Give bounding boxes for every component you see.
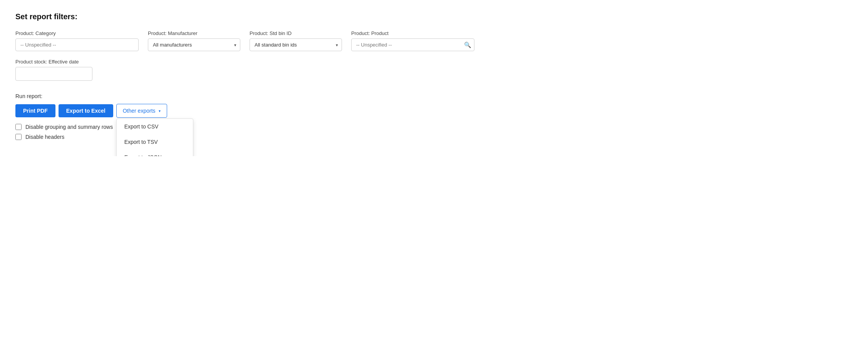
print-pdf-button[interactable]: Print PDF [15, 104, 55, 117]
other-exports-button[interactable]: Other exports ▾ [116, 104, 167, 118]
disable-headers-checkbox[interactable] [15, 134, 22, 140]
effective-date-input[interactable] [15, 67, 92, 81]
disable-grouping-checkbox[interactable] [15, 124, 22, 130]
filter-group-category: Product: Category [15, 30, 139, 51]
page-title: Set report filters: [15, 12, 853, 21]
export-tsv-item[interactable]: Export to TSV [117, 134, 193, 150]
other-exports-wrapper: Other exports ▾ Export to CSV Export to … [116, 104, 167, 118]
export-json-item[interactable]: Export to JSON [117, 150, 193, 156]
run-report-label: Run report: [15, 93, 853, 99]
manufacturer-select[interactable]: All manufacturers Manufacturer A Manufac… [148, 38, 240, 51]
product-search-icon[interactable]: 🔍 [464, 42, 471, 48]
product-input[interactable] [351, 38, 474, 51]
std-bin-id-select[interactable]: All standard bin ids Bin ID 1 Bin ID 2 [250, 38, 342, 51]
other-exports-label: Other exports [123, 108, 156, 114]
filter-label-manufacturer: Product: Manufacturer [148, 30, 240, 36]
buttons-row: Print PDF Export to Excel Other exports … [15, 104, 853, 118]
filter-group-std-bin-id: Product: Std bin ID All standard bin ids… [250, 30, 342, 51]
filter-group-manufacturer: Product: Manufacturer All manufacturers … [148, 30, 240, 51]
filter-label-std-bin-id: Product: Std bin ID [250, 30, 342, 36]
disable-grouping-label[interactable]: Disable grouping and summary rows [25, 124, 113, 130]
export-excel-button[interactable]: Export to Excel [59, 104, 113, 117]
filters-grid: Product: Category Product: Manufacturer … [15, 30, 853, 81]
run-report-section: Run report: Print PDF Export to Excel Ot… [15, 93, 853, 140]
filter-group-effective-date: Product stock: Effective date [15, 59, 853, 81]
disable-headers-label[interactable]: Disable headers [25, 134, 64, 140]
std-bin-id-select-wrapper: All standard bin ids Bin ID 1 Bin ID 2 ▾ [250, 38, 342, 51]
manufacturer-select-wrapper: All manufacturers Manufacturer A Manufac… [148, 38, 240, 51]
filter-group-product: Product: Product 🔍 [351, 30, 474, 51]
other-exports-chevron-icon: ▾ [159, 109, 161, 113]
other-exports-dropdown: Export to CSV Export to TSV Export to JS… [116, 118, 193, 156]
filter-label-effective-date: Product stock: Effective date [15, 59, 853, 65]
category-input[interactable] [15, 38, 139, 51]
export-csv-item[interactable]: Export to CSV [117, 119, 193, 134]
filter-label-product: Product: Product [351, 30, 474, 36]
product-search-wrapper: 🔍 [351, 38, 474, 51]
filter-label-category: Product: Category [15, 30, 139, 36]
